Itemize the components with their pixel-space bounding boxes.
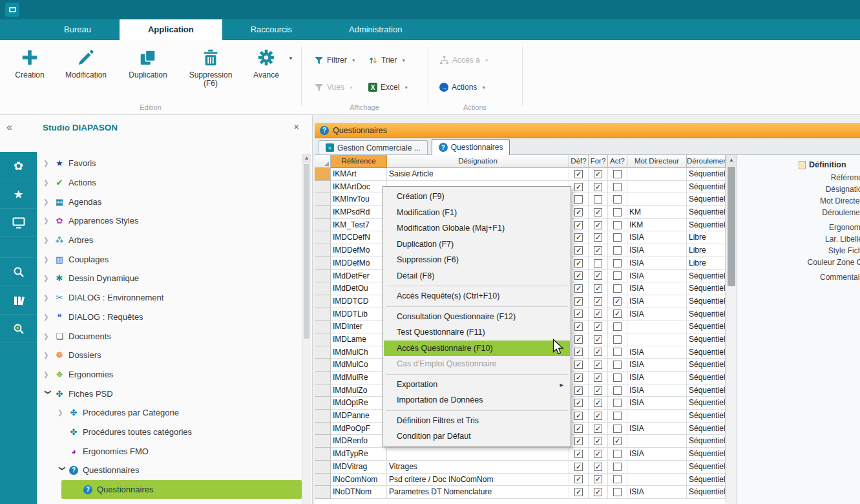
act-checkbox[interactable] — [613, 208, 622, 216]
row-selector[interactable] — [315, 333, 331, 346]
cell-deroulement[interactable]: Séquentiel — [687, 181, 726, 194]
table-row[interactable]: INoDTNom Parametres DT Nomenclature ISIA… — [315, 486, 726, 499]
cell-mot-directeur[interactable]: ISIA — [627, 231, 687, 244]
context-menu-item[interactable]: Création (F9) ▸ — [384, 189, 570, 205]
context-menu-item[interactable]: Accès Requête(s) (Ctrl+F10) ▸ — [384, 288, 570, 304]
act-checkbox[interactable] — [613, 475, 622, 483]
def-checkbox[interactable] — [574, 322, 583, 331]
row-selector[interactable] — [315, 474, 331, 487]
tree-item[interactable]: Dossiers — [37, 346, 302, 365]
for-checkbox[interactable] — [594, 271, 602, 280]
cell-deroulement[interactable]: Séquentiel — [687, 359, 726, 372]
row-selector[interactable] — [315, 308, 331, 321]
cell-deroulement[interactable]: Séquentiel — [687, 333, 726, 346]
search-icon[interactable] — [0, 258, 37, 286]
row-selector[interactable] — [315, 193, 331, 206]
row-selector[interactable] — [315, 397, 331, 410]
cell-reference[interactable]: IMDDefMo — [331, 257, 387, 270]
cell-reference[interactable]: IKM_Test7 — [331, 219, 387, 232]
cell-reference[interactable]: IKMInvTou — [331, 193, 387, 206]
cell-reference[interactable]: INoComNom — [331, 474, 387, 487]
cell-reference[interactable]: IMdPoOpF — [331, 423, 387, 436]
cell-reference[interactable]: IMDRenfo — [331, 435, 387, 448]
row-selector[interactable] — [315, 486, 331, 499]
chevron-down-icon[interactable]: ▼ — [288, 56, 293, 61]
avance-button[interactable]: Avancé — [247, 44, 286, 103]
def-checkbox[interactable] — [574, 335, 583, 344]
def-checkbox[interactable] — [574, 373, 583, 382]
favorites-icon[interactable]: ★ — [0, 180, 37, 209]
def-checkbox[interactable] — [574, 271, 583, 280]
def-checkbox[interactable] — [574, 183, 583, 191]
tree-item[interactable]: Fiches PSD — [37, 384, 302, 403]
act-checkbox[interactable] — [613, 246, 622, 255]
column-header-act[interactable]: Act? — [608, 155, 627, 168]
cell-designation[interactable]: Vitrages — [387, 461, 569, 474]
cell-deroulement[interactable]: Séquentiel — [687, 435, 726, 448]
row-selector[interactable] — [315, 181, 331, 194]
cell-mot-directeur[interactable]: ISIA — [627, 346, 687, 359]
for-checkbox[interactable] — [594, 310, 602, 318]
def-checkbox[interactable] — [574, 310, 583, 318]
def-checkbox[interactable] — [574, 221, 583, 229]
context-menu-item[interactable]: Duplication (F7) ▸ — [384, 236, 570, 253]
row-selector[interactable] — [315, 282, 331, 295]
filter-button[interactable]: Filtrer ▼ — [311, 53, 359, 67]
cell-mot-directeur[interactable] — [627, 410, 687, 423]
row-selector[interactable] — [315, 231, 331, 244]
act-checkbox[interactable] — [613, 450, 622, 458]
row-selector[interactable] — [315, 206, 331, 219]
excel-button[interactable]: X Excel ▼ — [366, 80, 411, 94]
context-menu-item[interactable]: Modification (F1) ▸ — [384, 205, 570, 221]
act-checkbox[interactable] — [613, 348, 622, 356]
for-checkbox[interactable] — [594, 233, 602, 242]
tree-item[interactable]: Procédures par Catégorie — [37, 403, 302, 423]
act-checkbox[interactable] — [613, 335, 622, 344]
cell-reference[interactable]: IMdOptRe — [331, 397, 387, 410]
act-checkbox[interactable] — [613, 425, 622, 433]
cell-deroulement[interactable]: Séquentiel — [687, 474, 726, 487]
act-checkbox[interactable] — [613, 386, 622, 395]
act-checkbox[interactable] — [613, 271, 622, 280]
table-row[interactable]: INoComNom Psd critere / Doc INoComNom Sé… — [315, 474, 726, 487]
def-checkbox[interactable] — [574, 348, 583, 356]
cell-reference[interactable]: INoDTNom — [331, 486, 387, 499]
cell-reference[interactable]: IMDInter — [331, 320, 387, 333]
tree-item[interactable]: Dessin Dynamique — [37, 269, 302, 288]
act-checkbox[interactable] — [613, 373, 622, 382]
context-menu-item[interactable]: ▸ — [386, 306, 568, 307]
cell-deroulement[interactable]: Séquentiel — [687, 461, 726, 474]
cell-deroulement[interactable]: Séquentiel — [687, 219, 726, 232]
for-checkbox[interactable] — [594, 412, 602, 420]
ribbon-tab[interactable]: Bureau — [36, 19, 120, 40]
cell-designation[interactable]: Psd critere / Doc INoComNom — [387, 474, 569, 487]
cell-deroulement[interactable]: Libre — [687, 257, 726, 270]
suppression-button[interactable]: Suppression (F6) — [180, 44, 242, 103]
cell-reference[interactable]: IMDCDefN — [331, 231, 387, 244]
for-checkbox[interactable] — [594, 284, 602, 293]
cell-mot-directeur[interactable]: ISIA — [627, 448, 687, 461]
tree-item[interactable]: Procédures toutes catégories — [37, 423, 302, 442]
for-checkbox[interactable] — [594, 208, 602, 216]
def-checkbox[interactable] — [574, 475, 583, 483]
cell-reference[interactable]: IKMPsdRd — [331, 206, 387, 219]
row-selector[interactable] — [315, 448, 331, 461]
for-checkbox[interactable] — [594, 170, 602, 178]
act-checkbox[interactable] — [613, 195, 622, 204]
cell-mot-directeur[interactable] — [627, 474, 687, 487]
def-checkbox[interactable] — [574, 425, 583, 433]
cell-deroulement[interactable]: Séquentiel — [687, 397, 726, 410]
cell-designation[interactable] — [387, 448, 569, 461]
tree-item[interactable]: Favoris — [37, 154, 302, 173]
tree-item[interactable]: Apparences Styles — [37, 211, 302, 231]
row-selector[interactable] — [315, 423, 331, 436]
def-checkbox[interactable] — [574, 488, 583, 496]
context-menu-item[interactable]: Condition par Défaut ▸ — [384, 428, 570, 445]
library-icon[interactable] — [0, 286, 37, 315]
for-checkbox[interactable] — [594, 437, 602, 445]
tree-item[interactable]: Arbres — [37, 231, 302, 250]
expand-chevron-icon[interactable] — [43, 236, 54, 244]
for-checkbox[interactable] — [594, 183, 602, 191]
cell-reference[interactable]: IMdTypRe — [331, 448, 387, 461]
expand-chevron-icon[interactable] — [59, 466, 66, 476]
